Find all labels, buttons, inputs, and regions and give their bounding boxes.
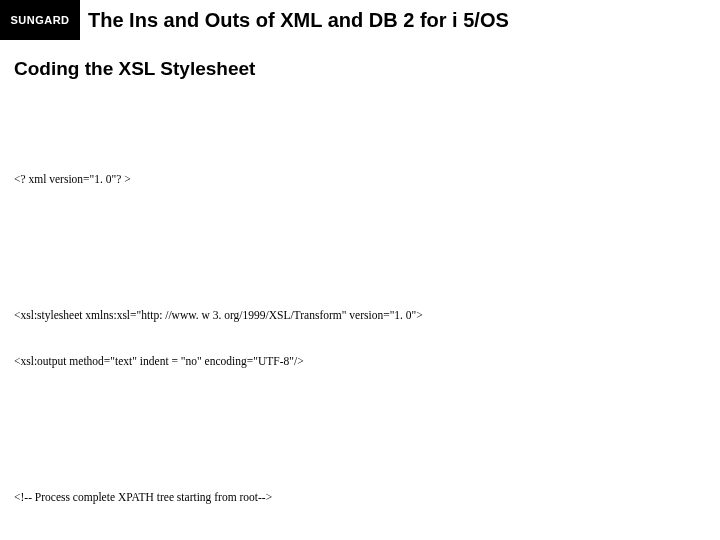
header-bar: SUNGARD The Ins and Outs of XML and DB 2… [0,0,720,40]
xsl-code-block: <? xml version="1. 0"? > <xsl:stylesheet… [0,94,720,540]
code-para-3: <!-- Process complete XPATH tree startin… [14,459,706,540]
code-para-1: <? xml version="1. 0"? > [14,141,706,219]
page-title: The Ins and Outs of XML and DB 2 for i 5… [80,0,720,40]
code-para-2: <xsl:stylesheet xmlns:xsl="http: //www. … [14,277,706,401]
code-line: <xsl:output method="text" indent = "no" … [14,354,706,370]
brand-logo: SUNGARD [0,0,80,40]
code-line: <? xml version="1. 0"? > [14,172,706,188]
code-line: <xsl:stylesheet xmlns:xsl="http: //www. … [14,308,706,324]
code-line: <!-- Process complete XPATH tree startin… [14,490,706,506]
section-heading: Coding the XSL Stylesheet [0,40,720,94]
